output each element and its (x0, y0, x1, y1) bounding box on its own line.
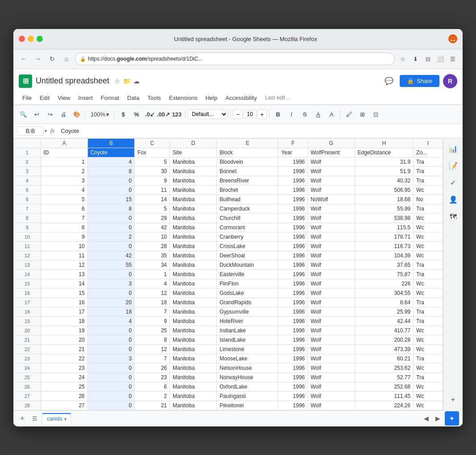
explore-button[interactable]: ✦ (445, 411, 459, 426)
cell-H1[interactable]: EdgeDistance (355, 148, 414, 157)
zoom-chevron: ▾ (106, 111, 109, 118)
window-controls[interactable] (19, 36, 43, 42)
number-format-button[interactable]: 123 (170, 108, 183, 120)
cell-ref-arrow[interactable]: ▾ (45, 128, 47, 133)
paint-format-button[interactable]: 🎨 (70, 108, 83, 120)
col-header-C[interactable]: C (135, 138, 170, 148)
col-header-E[interactable]: E (217, 138, 278, 148)
menu-format[interactable]: Format (97, 94, 123, 102)
decimal-up-button[interactable]: .00↗ (157, 108, 170, 120)
print-button[interactable]: 🖨 (57, 108, 70, 120)
lock-share-icon: 🔒 (407, 78, 414, 84)
cell-E1[interactable]: Block (217, 148, 278, 157)
cell-I1[interactable]: Zo... (414, 148, 443, 157)
sidebar-tasks-icon[interactable]: ✓ (446, 176, 460, 190)
font-size-area: − + (233, 109, 267, 119)
col-header-G[interactable]: G (308, 138, 355, 148)
italic-button[interactable]: I (285, 108, 298, 120)
formula-input[interactable] (58, 127, 459, 135)
tab-button[interactable]: ⬜ (435, 54, 446, 64)
cell-F1[interactable]: Year (278, 148, 308, 157)
reload-button[interactable]: ↻ (46, 53, 58, 65)
undo-button[interactable]: ↩ (30, 108, 43, 120)
cell-G1[interactable]: WolfPresent (308, 148, 355, 157)
strikethrough-button[interactable]: S (298, 108, 311, 120)
cell-C1[interactable]: Fox (135, 148, 170, 157)
spreadsheet: A B C D E F G H I (13, 138, 443, 410)
address-box[interactable]: 🔒 https://docs.google.com/spreadsheets/d… (75, 53, 395, 65)
cloud-icon[interactable]: ☁ (133, 78, 140, 85)
menu-file[interactable]: File (19, 94, 35, 102)
download-button[interactable]: ⬇ (410, 54, 421, 64)
sidebar-add-icon[interactable]: + (446, 393, 460, 407)
sidebar-toggle[interactable]: ⊟ (422, 54, 433, 64)
menu-extensions[interactable]: Extensions (166, 94, 201, 102)
avatar[interactable]: R (443, 74, 457, 88)
fill-color-button[interactable]: 🖊 (343, 108, 355, 120)
bookmark-button[interactable]: ☆ (397, 54, 408, 64)
font-size-input[interactable] (243, 110, 257, 118)
menu-help[interactable]: Help (202, 94, 221, 102)
table-row: 5 4011ManitobaBrochet1996Wolf506.95Wc (14, 185, 443, 194)
decimal-down-button[interactable]: .0↙ (144, 108, 156, 120)
font-size-decrease[interactable]: − (233, 109, 243, 119)
search-button[interactable]: 🔍 (17, 108, 29, 120)
table-row: 7 685ManitobaCamperduck1996Wolf55.99Tra (14, 204, 443, 213)
percent-button[interactable]: % (130, 108, 143, 120)
fx-icon: fx (50, 127, 54, 134)
merge-button[interactable]: ⊡ (369, 108, 382, 120)
borders-button[interactable]: ⊞ (356, 108, 368, 120)
move-icon[interactable]: 📁 (123, 78, 131, 85)
sidebar-maps-icon[interactable]: 🗺 (446, 210, 460, 224)
table-row: 4 309ManitobaBreensRiver1996Wolf40.32Tra (14, 176, 443, 185)
menu-tools[interactable]: Tools (144, 94, 164, 102)
underline-button[interactable]: A (312, 108, 324, 120)
star-icon[interactable]: ☆ (115, 78, 120, 85)
zoom-selector[interactable]: 100% ▾ (88, 110, 112, 119)
sheet-list-button[interactable]: ☰ (29, 413, 40, 424)
col-header-H[interactable]: H (355, 138, 414, 148)
cell-A1[interactable]: ID (41, 148, 87, 157)
comment-button[interactable]: 💬 (382, 74, 396, 88)
back-button[interactable]: ← (18, 53, 29, 65)
table-row: 14 1301ManitobaEasterville1996Wolf75.87T… (14, 269, 443, 279)
col-header-A[interactable]: A (41, 138, 87, 148)
sidebar-sheets-icon[interactable]: 📊 (446, 142, 460, 156)
menu-edit[interactable]: Edit (36, 94, 53, 102)
share-button[interactable]: 🔒 Share (400, 75, 439, 87)
maximize-button[interactable] (37, 36, 43, 42)
doc-title[interactable]: Untitled spreadsheet (36, 76, 109, 86)
close-button[interactable] (19, 36, 25, 42)
forward-button[interactable]: → (32, 53, 44, 65)
col-header-D[interactable]: D (170, 138, 217, 148)
menu-accessibility[interactable]: Accessibility (222, 94, 261, 102)
text-color-button[interactable]: A (325, 108, 338, 120)
cell-B1[interactable]: Coyote (87, 148, 134, 157)
home-button[interactable]: ⌂ (61, 53, 72, 65)
tab-nav-right-btn[interactable]: ▶ (432, 413, 443, 424)
sidebar-notes-icon[interactable]: 📝 (446, 159, 460, 173)
menu-view[interactable]: View (54, 94, 74, 102)
col-header-I[interactable]: I (414, 138, 443, 148)
col-header-B[interactable]: B (87, 138, 134, 148)
toolbar-separator-4 (230, 110, 231, 119)
col-header-F[interactable]: F (278, 138, 308, 148)
row-number: 1 (14, 148, 41, 157)
cell-D1[interactable]: Site (170, 148, 217, 157)
bold-button[interactable]: B (272, 108, 284, 120)
font-size-increase[interactable]: + (257, 109, 267, 119)
cell-reference[interactable]: B:B (17, 126, 44, 136)
redo-button[interactable]: ↪ (44, 108, 56, 120)
minimize-button[interactable] (28, 36, 34, 42)
sidebar-contacts-icon[interactable]: 👤 (446, 193, 460, 207)
tab-nav-left[interactable]: ◀ (421, 413, 431, 424)
sheet-table-wrap[interactable]: A B C D E F G H I (13, 138, 443, 410)
menu-insert[interactable]: Insert (75, 94, 96, 102)
font-selector[interactable]: Default... (188, 109, 228, 119)
add-sheet-button[interactable]: + (17, 413, 28, 424)
menu-button[interactable]: ☰ (447, 54, 458, 64)
sheet-tab-canids[interactable]: canids ▾ (42, 413, 71, 424)
menu-data[interactable]: Data (124, 94, 143, 102)
sheet-tabs: + ☰ canids ▾ ◀ ▶ ✦ (13, 410, 463, 426)
currency-button[interactable]: $ (117, 108, 129, 120)
